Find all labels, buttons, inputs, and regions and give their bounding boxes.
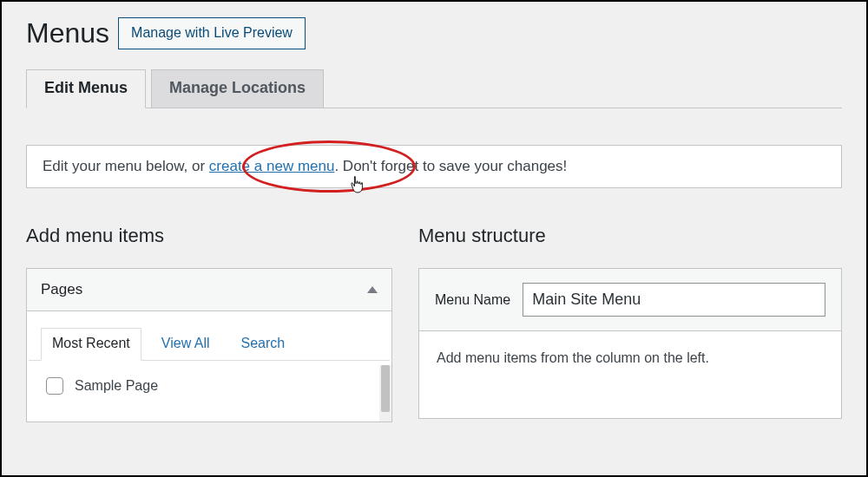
subtab-most-recent[interactable]: Most Recent (41, 328, 141, 361)
list-item: Sample Page (43, 375, 376, 397)
notice-prefix: Edit your menu below, or (43, 158, 209, 174)
menu-name-label: Menu Name (435, 292, 510, 308)
pages-metabox-title: Pages (41, 281, 82, 298)
add-menu-items-heading: Add menu items (26, 225, 392, 247)
page-title: Menus (26, 17, 109, 49)
pages-subtabs: Most Recent View All Search (29, 311, 390, 361)
menu-structure-box: Menu Name Add menu items from the column… (418, 268, 842, 419)
scrollbar-track[interactable] (379, 365, 391, 421)
pointer-cursor-icon (350, 175, 365, 194)
menu-name-input[interactable] (523, 283, 825, 317)
nav-tabs: Edit Menus Manage Locations (26, 69, 842, 108)
subtab-view-all[interactable]: View All (150, 328, 221, 361)
caret-up-icon (367, 286, 378, 293)
scrollbar-thumb[interactable] (381, 365, 390, 412)
tab-manage-locations[interactable]: Manage Locations (151, 69, 324, 108)
pages-metabox-toggle[interactable]: Pages (27, 269, 391, 311)
notice-suffix: . Don't forget to save your changes! (334, 158, 567, 174)
tab-edit-menus[interactable]: Edit Menus (26, 69, 146, 108)
page-item-label[interactable]: Sample Page (75, 378, 158, 394)
menu-structure-heading: Menu structure (418, 225, 842, 247)
menu-structure-hint: Add menu items from the column on the le… (437, 350, 709, 365)
subtab-search[interactable]: Search (230, 328, 297, 361)
edit-menu-notice: Edit your menu below, or create a new me… (26, 145, 842, 188)
manage-live-preview-button[interactable]: Manage with Live Preview (118, 17, 306, 49)
pages-metabox: Pages Most Recent View All Search Sample… (26, 268, 392, 422)
page-checkbox[interactable] (46, 377, 63, 395)
create-new-menu-link[interactable]: create a new menu (209, 158, 335, 174)
